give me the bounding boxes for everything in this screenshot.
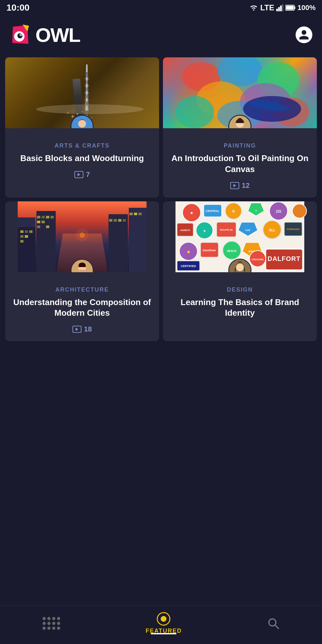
grid-dot: [57, 617, 60, 620]
lessons-count-3: 18: [84, 325, 92, 333]
course-image-painting: [163, 57, 317, 128]
status-bar: 10:00 LTE 100%: [0, 0, 322, 15]
user-icon: [298, 29, 310, 41]
svg-text:CAT: CAT: [245, 229, 251, 232]
course-lessons-architecture: 18: [12, 325, 153, 333]
svg-rect-0: [276, 9, 278, 11]
svg-rect-60: [134, 213, 137, 215]
svg-rect-44: [36, 211, 56, 272]
svg-rect-61: [138, 213, 142, 215]
svg-rect-56: [114, 219, 117, 222]
drill-illustration: [64, 64, 110, 121]
video-icon: [74, 171, 83, 178]
nav-item-featured[interactable]: FEATURED: [146, 612, 182, 634]
svg-rect-46: [42, 216, 45, 218]
instructor-avatar: [71, 116, 93, 128]
profile-button[interactable]: [296, 26, 312, 43]
course-body-architecture: ARCHITECTURE Understanding the Compositi…: [5, 272, 159, 341]
courses-grid: ARTS & CRAFTS Basic Blocks and Woodturni…: [0, 57, 322, 341]
svg-text:225: 225: [276, 210, 281, 213]
search-icon: [267, 617, 279, 630]
nav-item-grid[interactable]: [43, 617, 60, 630]
grid-dot: [43, 617, 46, 620]
status-icons: LTE 100%: [249, 3, 316, 12]
lessons-count: 7: [86, 170, 90, 179]
svg-text:VORNADO: VORNADO: [287, 228, 300, 231]
course-lessons-painting: 12: [169, 181, 310, 190]
signal-label: LTE: [260, 3, 274, 12]
svg-rect-45: [37, 216, 40, 218]
svg-point-29: [175, 96, 214, 128]
svg-rect-48: [51, 216, 54, 218]
svg-point-20: [67, 112, 69, 114]
course-title-painting: An Introduction To Oil Painting On Canva…: [169, 153, 310, 175]
svg-rect-3: [282, 4, 283, 11]
instructor-avatar-2: [229, 116, 251, 128]
battery-label: 100%: [298, 4, 316, 12]
course-category-design: DESIGN: [169, 286, 310, 293]
course-title-woodturning: Basic Blocks and Woodturning: [12, 153, 153, 164]
svg-text:R: R: [232, 210, 235, 213]
course-body-design: DESIGN Learning The Basics of Brand Iden…: [163, 272, 317, 333]
course-card-design[interactable]: ★ CENTRAL R ✈ 225 AAMCO: [163, 201, 317, 341]
svg-rect-5: [286, 6, 294, 10]
battery-icon: [285, 5, 296, 11]
svg-rect-51: [37, 226, 40, 228]
svg-point-18: [71, 115, 74, 118]
svg-rect-52: [46, 226, 49, 228]
svg-rect-37: [18, 227, 35, 272]
svg-rect-50: [42, 221, 45, 223]
course-body-painting: PAINTING An Introduction To Oil Painting…: [163, 128, 317, 197]
svg-rect-47: [46, 216, 49, 218]
svg-rect-54: [129, 208, 147, 272]
svg-text:3B★3C: 3B★3C: [227, 249, 237, 253]
grid-dot: [43, 622, 46, 625]
svg-text:★: ★: [190, 211, 194, 215]
svg-rect-2: [280, 5, 282, 11]
grid-dot: [47, 627, 51, 630]
svg-text:CERTIFIED: CERTIFIED: [181, 264, 196, 268]
svg-point-105: [236, 264, 244, 271]
course-category-painting: PAINTING: [169, 142, 310, 149]
svg-rect-53: [109, 214, 128, 272]
grid-dot: [52, 617, 55, 620]
svg-rect-1: [278, 7, 280, 11]
svg-text:ALL: ALL: [269, 228, 275, 232]
svg-rect-55: [109, 219, 112, 222]
svg-point-21: [91, 117, 92, 118]
svg-text:★: ★: [203, 229, 206, 233]
grid-dot: [47, 622, 51, 625]
svg-text:CENTRAL: CENTRAL: [206, 209, 220, 213]
svg-rect-49: [37, 221, 40, 223]
course-card-painting[interactable]: PAINTING An Introduction To Oil Painting…: [163, 57, 317, 197]
video-icon-2: [230, 182, 239, 189]
bottom-nav: FEATURED: [0, 605, 322, 644]
course-category-architecture: ARCHITECTURE: [12, 286, 153, 293]
svg-rect-57: [118, 219, 121, 222]
svg-text:DanShaw: DanShaw: [203, 249, 216, 252]
video-icon-3: [72, 326, 81, 333]
status-time: 10:00: [6, 3, 30, 13]
nav-active-indicator: [151, 633, 176, 634]
course-category-woodturning: ARTS & CRAFTS: [12, 142, 153, 149]
grid-dot: [47, 617, 51, 620]
signal-icon: [276, 4, 283, 11]
grid-dot: [43, 627, 46, 630]
svg-rect-39: [25, 230, 28, 233]
svg-point-63: [76, 229, 89, 242]
svg-rect-6: [294, 6, 295, 9]
nav-item-search[interactable]: [267, 617, 279, 630]
svg-point-16: [76, 113, 78, 115]
course-card-architecture[interactable]: ARCHITECTURE Understanding the Compositi…: [5, 201, 159, 341]
svg-point-13: [20, 34, 22, 35]
svg-line-107: [275, 625, 279, 629]
instructor-avatar-4: [229, 260, 251, 272]
grid-dot: [52, 627, 55, 630]
course-card-woodturning[interactable]: ARTS & CRAFTS Basic Blocks and Woodturni…: [5, 57, 159, 197]
app-header: OWL: [0, 15, 322, 57]
featured-icon: [157, 612, 170, 626]
svg-text:AAMCO: AAMCO: [180, 229, 190, 232]
svg-text:ROUTE 66: ROUTE 66: [220, 228, 233, 231]
svg-rect-41: [20, 235, 24, 238]
course-title-architecture: Understanding the Composition of Modern …: [12, 297, 153, 319]
